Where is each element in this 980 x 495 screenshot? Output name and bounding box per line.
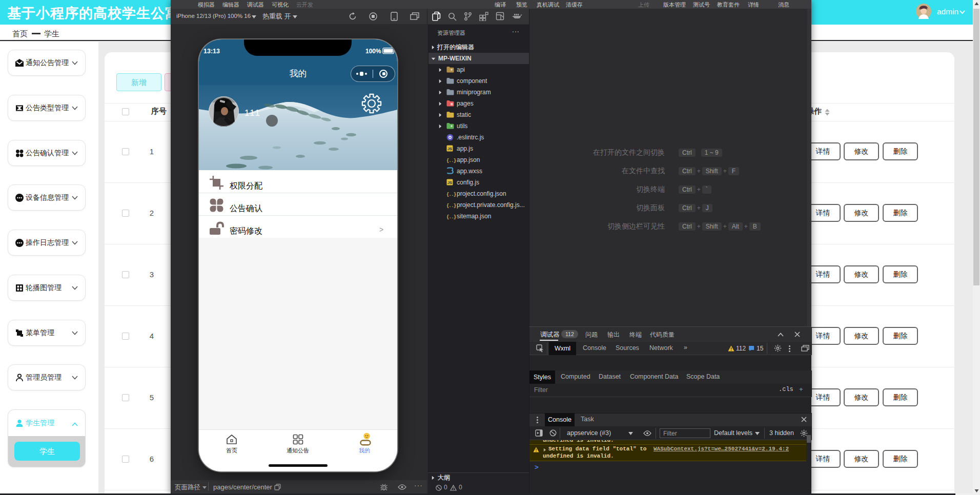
svg-text:JS: JS bbox=[447, 147, 452, 151]
svg-text:JS: JS bbox=[447, 180, 452, 185]
